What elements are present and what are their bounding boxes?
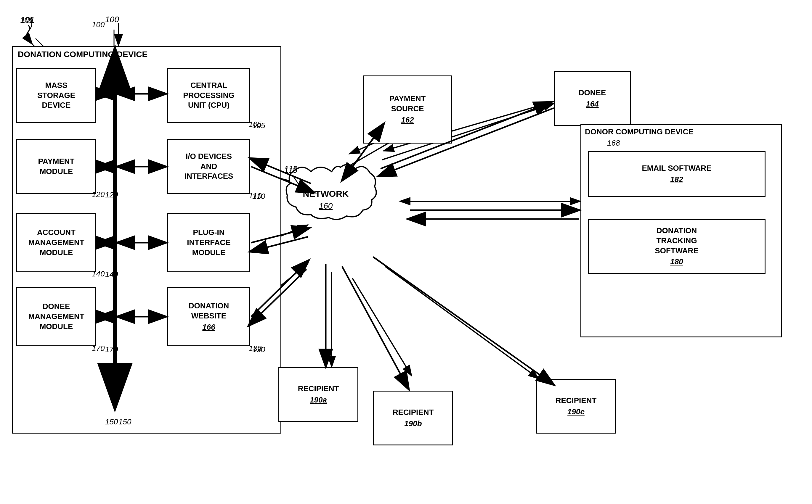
email-software-label: EMAIL SOFTWARE — [642, 163, 712, 173]
recipient-c-num: 190c — [567, 407, 585, 417]
svg-line-51 — [373, 257, 554, 385]
label-110-pos: 110 — [252, 192, 265, 201]
network-cloud: NETWORK 160 — [284, 157, 409, 263]
donor-computing-device-label: DONOR COMPUTING DEVICE — [585, 127, 694, 136]
label-120-pos: 120 — [105, 190, 118, 199]
recipient-b-box: RECIPIENT 190b — [373, 391, 453, 445]
cpu-label: CENTRALPROCESSINGUNIT (CPU) — [183, 80, 234, 110]
donee-management-module-label: DONEEMANAGEMENTMODULE — [28, 302, 84, 331]
ref-168: 168 — [607, 139, 620, 148]
svg-text:160: 160 — [319, 201, 333, 210]
recipient-c-box: RECIPIENT 190c — [536, 379, 616, 434]
ref-170: 170 — [92, 344, 104, 353]
payment-module-box: PAYMENTMODULE — [16, 139, 96, 194]
donation-computing-device-label: DONATION COMPUTING DEVICE — [18, 50, 147, 59]
email-software-box: EMAIL SOFTWARE 182 — [588, 151, 766, 197]
label-140-pos: 140 — [105, 270, 118, 279]
ref-100: 100 — [92, 20, 104, 29]
account-management-module-box: ACCOUNTMANAGEMENTMODULE — [16, 213, 96, 272]
plugin-interface-module-label: PLUG-ININTERFACEMODULE — [187, 228, 230, 257]
mass-storage-device-box: MASSSTORAGEDEVICE — [16, 68, 96, 123]
svg-line-21 — [352, 278, 412, 376]
account-management-module-label: ACCOUNTMANAGEMENTMODULE — [28, 228, 84, 257]
donee-management-module-box: DONEEMANAGEMENTMODULE — [16, 287, 96, 346]
label-150-pos: 150 — [105, 417, 118, 426]
ref-150: 150 — [118, 417, 131, 426]
donee-box: DONEE 164 — [554, 71, 631, 126]
label-170-pos: 170 — [105, 345, 118, 354]
recipient-a-label: RECIPIENT — [298, 384, 339, 394]
ref-120: 120 — [92, 190, 104, 199]
payment-module-label: PAYMENTMODULE — [38, 157, 75, 177]
diagram: 101 100 DONATION COMPUTING DEVICE MASSST… — [0, 0, 812, 504]
recipient-a-num: 190a — [310, 395, 327, 405]
ref-140: 140 — [92, 269, 104, 278]
label-115-pos: 115 — [284, 164, 297, 173]
donation-tracking-software-label: DONATIONTRACKINGSOFTWARE — [655, 226, 698, 256]
io-devices-label: I/O DEVICESANDINTERFACES — [184, 152, 233, 181]
label-100: 100 — [105, 15, 119, 24]
svg-text:NETWORK: NETWORK — [303, 189, 349, 199]
donation-tracking-software-box: DONATIONTRACKINGSOFTWARE 180 — [588, 219, 766, 274]
svg-line-22 — [385, 266, 539, 379]
label-101: 101 — [21, 15, 35, 25]
io-devices-box: I/O DEVICESANDINTERFACES — [167, 139, 250, 194]
cpu-box: CENTRALPROCESSINGUNIT (CPU) — [167, 68, 250, 123]
donation-tracking-software-num: 180 — [670, 257, 683, 267]
label-130-pos: 130 — [252, 345, 265, 354]
donation-website-box: DONATIONWEBSITE 166 — [167, 287, 250, 346]
payment-source-num: 162 — [401, 115, 414, 125]
mass-storage-device-label: MASSSTORAGEDEVICE — [37, 80, 75, 110]
label-105-pos: 105 — [252, 121, 265, 130]
plugin-interface-module-box: PLUG-ININTERFACEMODULE — [167, 213, 250, 272]
email-software-num: 182 — [670, 175, 683, 185]
donation-website-num: 166 — [202, 322, 215, 332]
donation-website-label: DONATIONWEBSITE — [189, 301, 229, 321]
recipient-b-label: RECIPIENT — [393, 408, 434, 418]
donee-num: 164 — [586, 99, 599, 109]
payment-source-label: PAYMENTSOURCE — [389, 94, 426, 114]
recipient-b-num: 190b — [404, 419, 422, 429]
recipient-a-box: RECIPIENT 190a — [278, 367, 358, 422]
payment-source-box: PAYMENTSOURCE 162 — [363, 75, 452, 144]
recipient-c-label: RECIPIENT — [556, 396, 597, 406]
donee-label: DONEE — [579, 88, 606, 98]
